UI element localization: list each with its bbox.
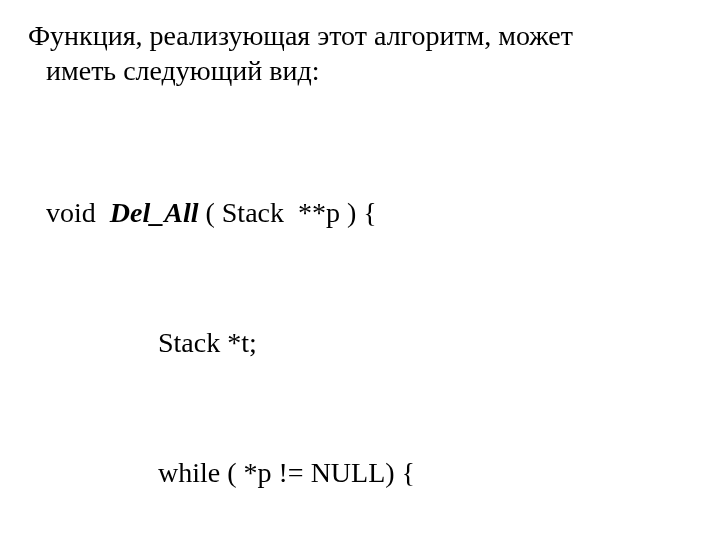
code-block: void Del_All ( Stack **p ) { Stack *t; w… (28, 104, 692, 540)
code-line-while: while ( *p != NULL) { (28, 451, 692, 494)
code-signature: void Del_All ( Stack **p ) { (28, 191, 692, 234)
code-line-decl: Stack *t; (28, 321, 692, 364)
function-params: ( Stack **p ) { (198, 197, 376, 228)
intro-paragraph: Функция, реализующая этот алгоритм, може… (28, 18, 692, 88)
return-type: void (46, 197, 96, 228)
intro-line-1: Функция, реализующая этот алгоритм, може… (28, 20, 573, 51)
document-page: Функция, реализующая этот алгоритм, може… (0, 0, 720, 540)
function-name: Del_All (110, 197, 199, 228)
intro-line-2: иметь следующий вид: (28, 53, 692, 88)
